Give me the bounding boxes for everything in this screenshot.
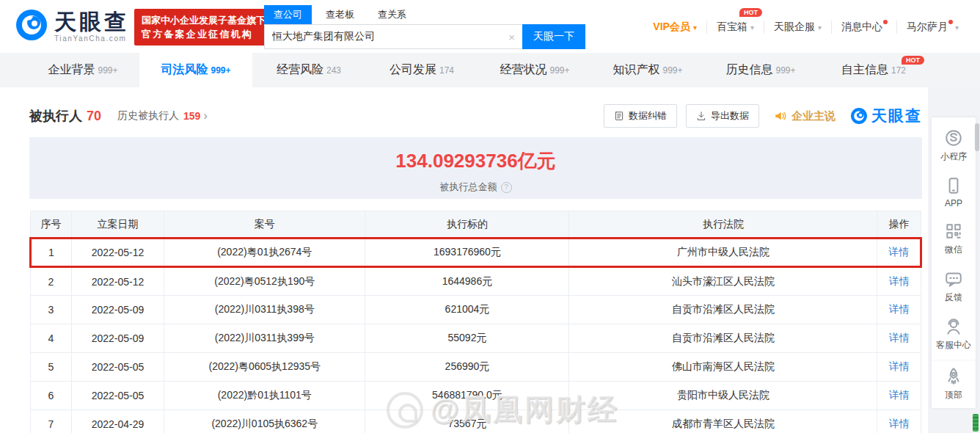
sidebar-item-label: 客服中心 — [932, 339, 976, 352]
rocket-icon — [944, 367, 963, 386]
tab-label: 司法风险 — [161, 62, 208, 78]
gov-certification-badge: 国家中小企业发展子基金旗下 官方备案企业征信机构 — [134, 9, 273, 46]
sidebar-item-customer-service[interactable]: 客服中心 — [932, 310, 976, 358]
clear-search-icon[interactable]: × — [501, 31, 522, 43]
search-input[interactable] — [265, 31, 501, 43]
search-box: × 天眼一下 — [264, 24, 585, 49]
megaphone-icon — [774, 109, 787, 123]
table-row: 3 2022-05-09 (2022)川0311执398号 621004元 自贡… — [31, 296, 921, 324]
search-tab-company[interactable]: 查公司 — [264, 5, 312, 24]
table-header-row: 序号 立案日期 案号 执行标的 执行法院 操作 — [31, 211, 921, 239]
feedback-bubble-icon — [944, 269, 963, 288]
page: 天眼查 TianYanCha.com 国家中小企业发展子基金旗下 官方备案企业征… — [0, 0, 980, 433]
cell-case-number: (2022)黔01执1101号 — [164, 382, 365, 410]
logo-text: 天眼查 TianYanCha.com — [54, 11, 129, 43]
chevron-right-icon: › — [203, 109, 207, 123]
tab-operation-status[interactable]: 经营状况 999+ — [478, 53, 591, 87]
tab-self-info[interactable]: HOT 自主信息 172 — [817, 53, 930, 87]
execution-summary-banner: 134.09293736亿元 被执行总金额 ? — [29, 137, 922, 199]
sidebar-item-feedback[interactable]: 反馈 — [932, 263, 976, 310]
cell-amount: 55092元 — [365, 324, 569, 353]
export-data-button[interactable]: 导出数据 — [686, 104, 759, 128]
chevron-down-icon: ▾ — [693, 23, 697, 32]
col-header-execution-target: 执行标的 — [365, 211, 569, 239]
cell-court: 广州市中级人民法院 — [569, 239, 877, 267]
nav-user-account[interactable]: 马尔萨月 ▾ — [896, 21, 968, 34]
col-header-filing-date: 立案日期 — [71, 211, 164, 239]
detail-link[interactable]: 详情 — [888, 246, 909, 258]
hot-badge: HOT — [902, 56, 924, 65]
section-actions: 数据纠错 导出数据 企业主说 — [595, 104, 922, 128]
tab-intellectual-property[interactable]: 知识产权 999+ — [591, 53, 704, 87]
cell-no: 6 — [31, 382, 72, 410]
cell-date: 2022-05-12 — [71, 239, 164, 267]
tab-judicial-risk[interactable]: 司法风险 999+ — [139, 53, 252, 87]
help-icon[interactable]: ? — [501, 182, 512, 193]
nav-enterprise-service[interactable]: 天眼企服 ▾ — [764, 21, 831, 34]
cell-amount: 1644986元 — [365, 267, 569, 296]
table-row-highlighted: 1 2022-05-12 (2022)粤01执2674号 1693176960元… — [31, 239, 921, 267]
tab-count: 174 — [439, 65, 454, 76]
cell-date: 2022-05-12 — [71, 267, 164, 296]
history-executed-link[interactable]: 历史被执行人 159 › — [117, 109, 208, 123]
cell-no: 7 — [31, 410, 72, 433]
sidebar-item-wechat[interactable]: 微信 — [932, 215, 976, 263]
tab-history-info[interactable]: 历史信息 999+ — [704, 53, 817, 87]
nav-message-center[interactable]: 消息中心 — [831, 21, 896, 34]
section-brand-logo: 天眼查 — [850, 106, 922, 126]
detail-link[interactable]: 详情 — [889, 303, 910, 315]
total-executed-label: 被执行总金额 ? — [29, 181, 922, 194]
data-correction-button[interactable]: 数据纠错 — [604, 104, 677, 128]
section-header: 被执行人 70 历史被执行人 159 › 数据纠错 导出数据 — [29, 104, 922, 128]
tab-label: 企业背景 — [48, 62, 95, 78]
cell-case-number: (2022)粤0605执12935号 — [164, 353, 365, 382]
tab-background[interactable]: 企业背景 999+ — [26, 53, 139, 87]
document-edit-icon — [614, 111, 624, 121]
scrollbar-thumb[interactable] — [975, 123, 979, 151]
mobile-phone-icon — [944, 176, 963, 195]
search-tab-boss[interactable]: 查老板 — [316, 5, 364, 24]
detail-link[interactable]: 详情 — [889, 389, 910, 401]
cell-court: 自贡市沿滩区人民法院 — [569, 296, 877, 324]
detail-link[interactable]: 详情 — [889, 360, 910, 372]
section-count: 70 — [87, 109, 101, 124]
cell-date: 2022-05-05 — [71, 353, 164, 382]
cell-amount: 621004元 — [365, 296, 569, 324]
top-nav: VIP会员 ▾ HOT 百宝箱 ▾ 天眼企服 ▾ 消息中心 马尔萨月 ▾ — [643, 21, 968, 34]
notification-dot — [883, 20, 888, 24]
table-row: 6 2022-05-05 (2022)黔01执1101号 546881790.0… — [31, 382, 921, 410]
cell-case-number: (2022)川0105执6362号 — [164, 410, 365, 433]
tab-company-development[interactable]: 公司发展 174 — [365, 53, 478, 87]
tab-count: 999+ — [98, 65, 117, 76]
sidebar-item-app[interactable]: APP — [932, 170, 976, 215]
qr-code-icon — [944, 222, 963, 241]
sidebar-item-label: APP — [932, 198, 976, 208]
nav-toolbox-label: 百宝箱 — [717, 21, 747, 34]
col-header-no: 序号 — [31, 211, 72, 239]
back-to-top-button[interactable]: 顶部 — [932, 361, 976, 408]
detail-link[interactable]: 详情 — [889, 275, 910, 287]
detail-link[interactable]: 详情 — [889, 332, 910, 343]
detail-link[interactable]: 详情 — [889, 418, 910, 429]
cell-no: 3 — [31, 296, 72, 324]
tab-count: 999+ — [211, 65, 230, 76]
chevron-down-icon: ▾ — [818, 23, 822, 32]
sidebar-item-miniprogram[interactable]: 小程序 — [932, 122, 976, 170]
cell-date: 2022-05-09 — [71, 296, 164, 324]
tab-count: 999+ — [775, 65, 795, 76]
tab-count: 172 — [891, 65, 906, 76]
nav-vip-label: VIP会员 — [653, 21, 690, 34]
cell-court: 成都市青羊区人民法院 — [569, 410, 877, 433]
nav-vip[interactable]: VIP会员 ▾ — [643, 21, 706, 34]
site-header: 天眼查 TianYanCha.com 国家中小企业发展子基金旗下 官方备案企业征… — [0, 0, 980, 53]
nav-message-center-label: 消息中心 — [841, 21, 882, 34]
table-row: 2 2022-05-12 (2022)粤0512执190号 1644986元 汕… — [31, 267, 921, 296]
search-tab-relation[interactable]: 查关系 — [368, 5, 416, 24]
tab-count: 999+ — [549, 65, 569, 76]
enterprise-owner-button[interactable]: 企业主说 — [774, 109, 835, 123]
site-logo[interactable]: 天眼查 TianYanCha.com — [15, 8, 129, 45]
nav-toolbox[interactable]: HOT 百宝箱 ▾ — [706, 21, 764, 34]
search-submit-button[interactable]: 天眼一下 — [522, 24, 585, 49]
tab-operation-risk[interactable]: 经营风险 243 — [252, 53, 365, 87]
total-executed-amount: 134.09293736亿元 — [29, 148, 922, 174]
